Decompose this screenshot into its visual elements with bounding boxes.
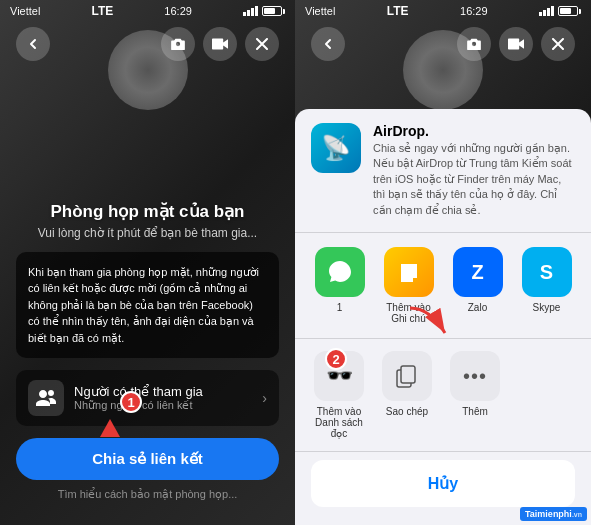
right-status-bar: Viettel LTE 16:29 [295, 0, 591, 22]
back-button[interactable] [16, 27, 50, 61]
right-network: LTE [387, 4, 409, 18]
svg-rect-1 [401, 366, 415, 383]
left-status-bar: Viettel LTE 16:29 [0, 0, 295, 22]
airdrop-icon: 📡 [311, 123, 361, 173]
reading-list-label: Thêm vào Danh sách đọc [311, 406, 367, 439]
right-video-button[interactable] [499, 27, 533, 61]
right-battery-icon [558, 6, 581, 16]
meeting-subtitle: Vui lòng chờ ít phút để bạn bè tham gia.… [16, 226, 279, 240]
cancel-button[interactable]: Hủy [311, 460, 575, 507]
arrow2-icon [405, 303, 455, 347]
info-box: Khi bạn tham gia phòng họp mặt, những ng… [16, 252, 279, 359]
right-status-icons [539, 6, 581, 16]
right-close-button[interactable] [541, 27, 575, 61]
left-carrier: Viettel [10, 5, 40, 17]
share-link-button[interactable]: Chia sẻ liên kết [16, 438, 279, 480]
battery-icon [262, 6, 285, 16]
right-time: 16:29 [460, 5, 488, 17]
messages-icon [315, 247, 365, 297]
left-content: Phòng họp mặt của bạn Vui lòng chờ ít ph… [0, 185, 295, 526]
app-skype[interactable]: S Skype [519, 247, 575, 324]
app-copy[interactable]: Sao chép [379, 351, 435, 439]
camera-button[interactable] [161, 27, 195, 61]
copy-icon [382, 351, 432, 401]
zalo-icon: Z [453, 247, 503, 297]
video-button[interactable] [203, 27, 237, 61]
left-time: 16:29 [164, 5, 192, 17]
people-icon [28, 380, 64, 416]
copy-label: Sao chép [386, 406, 428, 417]
step2-badge: 2 [325, 348, 347, 370]
app-messages[interactable]: 1 [312, 247, 368, 324]
bottom-link: Tìm hiểu cách bảo mật phòng họp... [16, 488, 279, 501]
chevron-right-icon: › [262, 390, 267, 406]
app-zalo[interactable]: Z Zalo [450, 247, 506, 324]
right-header-actions [457, 27, 575, 61]
airdrop-title: AirDrop. [373, 123, 575, 139]
airdrop-desc: Chia sẻ ngay với những người gần bạn. Nế… [373, 141, 575, 218]
right-header [295, 22, 591, 66]
signal-icon [243, 6, 258, 16]
info-box-text: Khi bạn tham gia phòng họp mặt, những ng… [28, 264, 267, 347]
people-left: Người có thể tham gia Những người có liê… [28, 380, 203, 416]
zalo-label: Zalo [468, 302, 487, 313]
right-camera-button[interactable] [457, 27, 491, 61]
arrow1-icon [100, 419, 120, 437]
header-actions [161, 27, 279, 61]
left-panel: Viettel LTE 16:29 [0, 0, 295, 525]
more-icon: ••• [450, 351, 500, 401]
notes-icon [384, 247, 434, 297]
right-panel: Viettel LTE 16:29 [295, 0, 591, 525]
meeting-title: Phòng họp mặt của bạn [16, 201, 279, 222]
messages-label: 1 [337, 302, 343, 313]
watermark: Taimienphi.vn [520, 507, 587, 521]
right-signal-icon [539, 6, 554, 16]
left-status-icons [243, 6, 285, 16]
people-row[interactable]: Người có thể tham gia Những người có liê… [16, 370, 279, 426]
left-header [0, 22, 295, 66]
app-more[interactable]: ••• Thêm [447, 351, 503, 439]
right-carrier: Viettel [305, 5, 335, 17]
skype-icon: S [522, 247, 572, 297]
step1-badge: 1 [120, 391, 142, 413]
airdrop-text: AirDrop. Chia sẻ ngay với những người gầ… [373, 123, 575, 218]
more-label: Thêm [462, 406, 488, 417]
right-back-button[interactable] [311, 27, 345, 61]
left-network: LTE [91, 4, 113, 18]
airdrop-row: 📡 AirDrop. Chia sẻ ngay với những người … [295, 109, 591, 233]
close-button[interactable] [245, 27, 279, 61]
skype-label: Skype [533, 302, 561, 313]
